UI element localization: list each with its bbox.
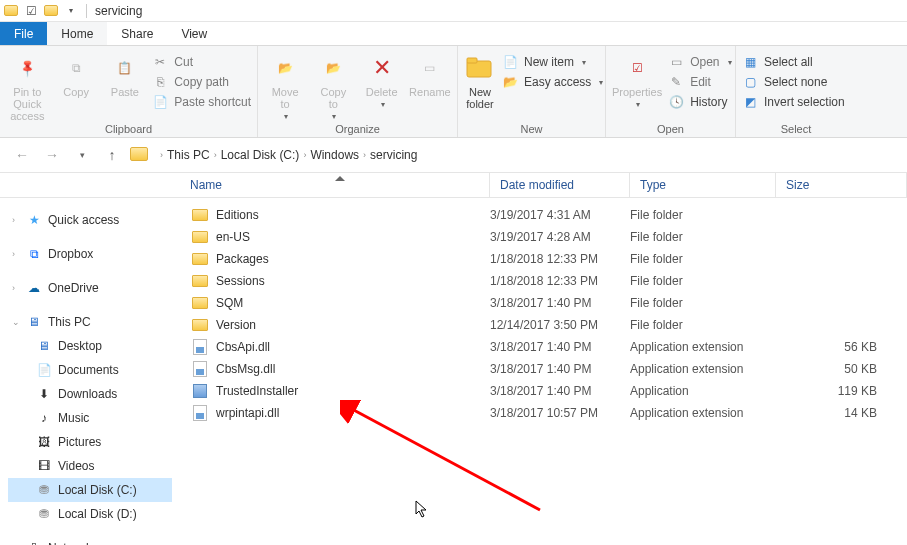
nav-pictures[interactable]: 🖼Pictures xyxy=(8,430,172,454)
title-bar: ☑ ▾ servicing xyxy=(0,0,907,22)
cut-button[interactable]: ✂Cut xyxy=(152,54,251,70)
edit-button[interactable]: ✎Edit xyxy=(668,74,731,90)
paste-button[interactable]: 📋 Paste xyxy=(104,50,147,98)
file-row[interactable]: CbsMsg.dll3/18/2017 1:40 PMApplication e… xyxy=(180,358,907,380)
chevron-down-icon: ▾ xyxy=(599,78,603,87)
folder-icon xyxy=(190,229,210,245)
chevron-right-icon[interactable]: › xyxy=(303,150,306,160)
edit-icon: ✎ xyxy=(668,74,684,90)
tab-share[interactable]: Share xyxy=(107,22,167,45)
copy-button[interactable]: ⧉ Copy xyxy=(55,50,98,98)
properties-button[interactable]: ☑ Properties ▾ xyxy=(612,50,662,109)
column-date[interactable]: Date modified xyxy=(490,173,630,197)
nav-quick-access[interactable]: ›★Quick access xyxy=(8,208,172,232)
tab-file[interactable]: File xyxy=(0,22,47,45)
file-row[interactable]: Editions3/19/2017 4:31 AMFile folder xyxy=(180,204,907,226)
file-row[interactable]: en-US3/19/2017 4:28 AMFile folder xyxy=(180,226,907,248)
chevron-right-icon[interactable]: › xyxy=(160,150,163,160)
chevron-right-icon[interactable]: › xyxy=(214,150,217,160)
new-item-button[interactable]: 📄New item▾ xyxy=(502,54,603,70)
copy-icon: ⧉ xyxy=(60,52,92,84)
paste-shortcut-button[interactable]: 📄Paste shortcut xyxy=(152,94,251,110)
column-type[interactable]: Type xyxy=(630,173,776,197)
breadcrumb-segment[interactable]: This PC xyxy=(167,148,210,162)
invert-selection-button[interactable]: ◩Invert selection xyxy=(742,94,845,110)
paste-shortcut-icon: 📄 xyxy=(152,94,168,110)
nav-desktop[interactable]: 🖥Desktop xyxy=(8,334,172,358)
tab-home[interactable]: Home xyxy=(47,22,107,45)
new-folder-button[interactable]: New folder xyxy=(464,50,496,110)
file-date: 3/18/2017 10:57 PM xyxy=(490,406,630,420)
new-item-icon: 📄 xyxy=(502,54,518,70)
move-to-icon: 📂 xyxy=(269,52,301,84)
invert-selection-icon: ◩ xyxy=(742,94,758,110)
nav-music[interactable]: ♪Music xyxy=(8,406,172,430)
qat-dropdown-icon[interactable]: ▾ xyxy=(64,4,78,18)
breadcrumb-segment[interactable]: servicing xyxy=(370,148,417,162)
music-icon: ♪ xyxy=(36,410,52,426)
rename-button[interactable]: ▭ Rename xyxy=(409,50,451,98)
disk-icon: ⛃ xyxy=(36,506,52,522)
select-all-button[interactable]: ▦Select all xyxy=(742,54,845,70)
copy-path-icon: ⎘ xyxy=(152,74,168,90)
file-row[interactable]: Version12/14/2017 3:50 PMFile folder xyxy=(180,314,907,336)
cursor-icon xyxy=(415,500,429,518)
column-size[interactable]: Size xyxy=(776,173,907,197)
chevron-down-icon: ▾ xyxy=(636,100,640,109)
file-name: CbsApi.dll xyxy=(216,340,490,354)
nav-videos[interactable]: 🎞Videos xyxy=(8,454,172,478)
group-label-new: New xyxy=(458,123,605,137)
file-row[interactable]: Packages1/18/2018 12:33 PMFile folder xyxy=(180,248,907,270)
qat-checkbox-icon[interactable]: ☑ xyxy=(24,4,38,18)
select-none-icon: ▢ xyxy=(742,74,758,90)
chevron-right-icon[interactable]: › xyxy=(363,150,366,160)
chevron-down-icon: ▾ xyxy=(381,100,385,109)
file-type: File folder xyxy=(630,274,790,288)
delete-button[interactable]: ✕ Delete ▾ xyxy=(361,50,403,109)
dll-icon xyxy=(190,405,210,421)
file-date: 3/18/2017 1:40 PM xyxy=(490,362,630,376)
file-row[interactable]: SQM3/18/2017 1:40 PMFile folder xyxy=(180,292,907,314)
file-row[interactable]: wrpintapi.dll3/18/2017 10:57 PMApplicati… xyxy=(180,402,907,424)
open-button[interactable]: ▭Open▾ xyxy=(668,54,731,70)
file-type: Application extension xyxy=(630,406,790,420)
file-row[interactable]: TrustedInstaller3/18/2017 1:40 PMApplica… xyxy=(180,380,907,402)
nav-this-pc[interactable]: ⌄🖥This PC xyxy=(8,310,172,334)
cut-icon: ✂ xyxy=(152,54,168,70)
breadcrumb-segment[interactable]: Local Disk (C:) xyxy=(221,148,300,162)
nav-disk-c[interactable]: ⛃Local Disk (C:) xyxy=(8,478,172,502)
breadcrumb-segment[interactable]: Windows xyxy=(310,148,359,162)
pin-quick-access-button[interactable]: 📌 Pin to Quick access xyxy=(6,50,49,122)
file-date: 1/18/2018 12:33 PM xyxy=(490,274,630,288)
nav-documents[interactable]: 📄Documents xyxy=(8,358,172,382)
nav-disk-d[interactable]: ⛃Local Disk (D:) xyxy=(8,502,172,526)
tab-view[interactable]: View xyxy=(167,22,221,45)
back-button[interactable]: ← xyxy=(10,143,34,167)
chevron-down-icon: ▾ xyxy=(728,58,732,67)
select-none-button[interactable]: ▢Select none xyxy=(742,74,845,90)
nav-network[interactable]: ›🖧Network xyxy=(8,536,172,545)
rename-icon: ▭ xyxy=(414,52,446,84)
copy-to-button[interactable]: 📂 Copy to ▾ xyxy=(312,50,354,121)
up-button[interactable]: ↑ xyxy=(100,143,124,167)
file-list: Editions3/19/2017 4:31 AMFile folderen-U… xyxy=(180,198,907,545)
ribbon: 📌 Pin to Quick access ⧉ Copy 📋 Paste ✂Cu… xyxy=(0,46,907,138)
file-name: Editions xyxy=(216,208,490,222)
copy-path-button[interactable]: ⎘Copy path xyxy=(152,74,251,90)
application-icon xyxy=(190,383,210,399)
easy-access-button[interactable]: 📂Easy access▾ xyxy=(502,74,603,90)
nav-onedrive[interactable]: ›☁OneDrive xyxy=(8,276,172,300)
folder-icon xyxy=(190,251,210,267)
file-row[interactable]: CbsApi.dll3/18/2017 1:40 PMApplication e… xyxy=(180,336,907,358)
history-button[interactable]: 🕓History xyxy=(668,94,731,110)
file-name: TrustedInstaller xyxy=(216,384,490,398)
nav-dropbox[interactable]: ›⧉Dropbox xyxy=(8,242,172,266)
file-date: 3/18/2017 1:40 PM xyxy=(490,384,630,398)
file-name: Packages xyxy=(216,252,490,266)
file-row[interactable]: Sessions1/18/2018 12:33 PMFile folder xyxy=(180,270,907,292)
history-dropdown[interactable]: ▾ xyxy=(70,143,94,167)
forward-button[interactable]: → xyxy=(40,143,64,167)
nav-downloads[interactable]: ⬇Downloads xyxy=(8,382,172,406)
move-to-button[interactable]: 📂 Move to ▾ xyxy=(264,50,306,121)
file-type: File folder xyxy=(630,208,790,222)
